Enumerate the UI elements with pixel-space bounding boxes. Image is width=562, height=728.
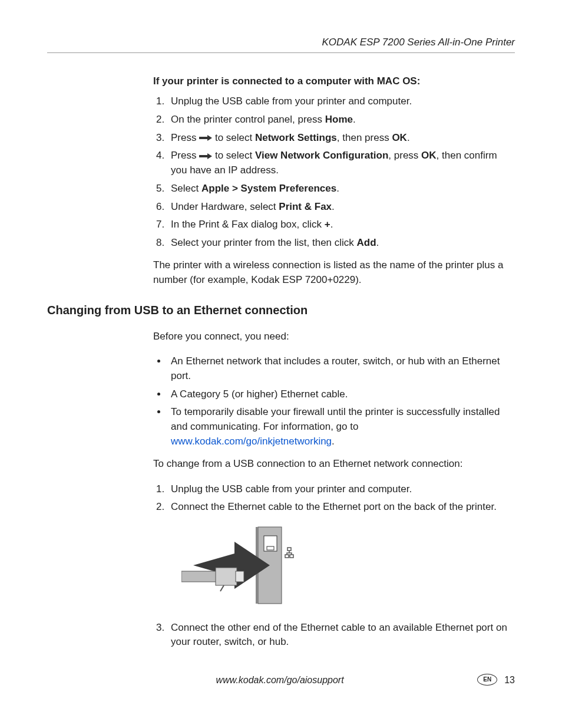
section-heading-ethernet: Changing from USB to an Ethernet connect… <box>47 302 515 319</box>
ethernet-port-figure <box>181 524 515 611</box>
inkjet-networking-link[interactable]: www.kodak.com/go/inkjetnetworking <box>171 436 332 447</box>
svg-rect-7 <box>267 546 274 550</box>
mac-step-1: Unplug the USB cable from your printer a… <box>167 94 515 109</box>
svg-rect-13 <box>216 568 237 585</box>
svg-rect-12 <box>181 571 217 582</box>
svg-rect-8 <box>287 548 291 551</box>
ethernet-para2: To change from a USB connection to an Et… <box>153 457 515 472</box>
svg-rect-14 <box>236 571 244 582</box>
mac-step-5: Select Apple > System Preferences. <box>167 182 515 196</box>
down-arrow-icon <box>199 149 212 164</box>
page-header: KODAK ESP 7200 Series All-in-One Printer <box>47 35 515 53</box>
svg-rect-9 <box>285 555 289 558</box>
ethernet-steps: Unplug the USB cable from your printer a… <box>153 482 515 650</box>
mac-footnote: The printer with a wireless connection i… <box>153 258 515 287</box>
mac-step-6: Under Hardware, select Print & Fax. <box>167 200 515 215</box>
svg-marker-1 <box>207 135 212 141</box>
down-arrow-icon <box>199 131 212 146</box>
mac-steps: Unplug the USB cable from your printer a… <box>153 94 515 250</box>
eth-step-3: Connect the other end of the Ethernet ca… <box>167 621 515 650</box>
footer-url: www.kodak.com/go/aiosupport <box>82 673 477 687</box>
mac-step-7: In the Print & Fax dialog box, click +. <box>167 218 515 232</box>
mac-step-8: Select your printer from the list, then … <box>167 236 515 251</box>
req-2: A Category 5 (or higher) Ethernet cable. <box>167 387 515 402</box>
mac-step-2: On the printer control panel, press Home… <box>167 113 515 127</box>
eth-step-1: Unplug the USB cable from your printer a… <box>167 482 515 497</box>
header-title: KODAK ESP 7200 Series All-in-One Printer <box>322 37 515 48</box>
ethernet-intro: Before you connect, you need: <box>153 330 515 344</box>
req-3: To temporarily disable your firewall unt… <box>167 405 515 449</box>
svg-rect-2 <box>199 155 207 157</box>
mac-step-4: Press to select View Network Configurati… <box>167 149 515 177</box>
language-badge: EN <box>477 674 497 686</box>
svg-rect-10 <box>290 555 293 558</box>
section-ethernet-body: Before you connect, you need: An Etherne… <box>153 330 515 650</box>
mac-step-3: Press to select Network Settings, then p… <box>167 131 515 146</box>
req-1: An Ethernet network that includes a rout… <box>167 354 515 383</box>
svg-rect-0 <box>199 137 207 139</box>
page-number: 13 <box>504 673 515 687</box>
section-mac-os: If your printer is connected to a comput… <box>153 74 515 288</box>
mac-intro: If your printer is connected to a comput… <box>153 74 515 89</box>
ethernet-requirements: An Ethernet network that includes a rout… <box>153 354 515 449</box>
svg-marker-3 <box>207 153 212 159</box>
eth-step-2: Connect the Ethernet cable to the Ethern… <box>167 500 515 611</box>
page-footer: www.kodak.com/go/aiosupport EN 13 <box>47 673 515 687</box>
